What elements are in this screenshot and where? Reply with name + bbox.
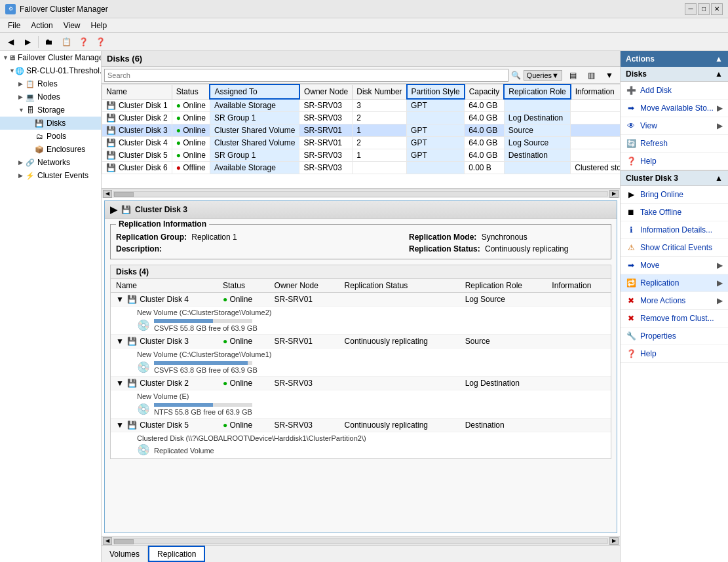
detail-scroll-left[interactable]: ◀ [103,537,112,545]
forward-button[interactable]: ▶ [20,35,35,49]
sub-cell-status: ● Online [218,377,269,390]
expand-disks-icon[interactable] [28,120,34,126]
cell-status: ● Online [172,149,210,162]
expand-icon[interactable]: ▼ [3,54,9,61]
close-button[interactable]: ✕ [711,3,723,15]
cell-disknumber: 2 [353,112,407,124]
action-help-disks[interactable]: ❓ Help [621,153,728,170]
detail-scroll-right[interactable]: ▶ [609,537,619,545]
action-remove-cluster[interactable]: ✖ Remove from Clust... [621,310,728,328]
menu-view[interactable]: View [58,20,86,31]
action-help-disk3[interactable]: ❓ Help [621,345,728,363]
tab-volumes[interactable]: Volumes [102,546,148,562]
scroll-left-arrow[interactable]: ◀ [103,190,112,198]
disks-collapse-icon[interactable]: ▲ [715,69,723,79]
action-info-details[interactable]: ℹ Information Details... [621,221,728,239]
expand-roles-icon[interactable]: ▶ [18,81,25,87]
table-row[interactable]: 💾Cluster Disk 6 ● Offline Available Stor… [102,162,621,174]
tree-pools-label: Pools [47,132,66,141]
scroll-right-arrow[interactable]: ▶ [609,190,619,198]
toolbar-btn-1[interactable]: 🖿 [41,35,57,49]
sub-col-rep-role[interactable]: Replication Role [460,279,547,293]
table-row[interactable]: 💾Cluster Disk 1 ● Online Available Stora… [102,99,621,112]
detail-expand-icon[interactable]: ▶ [110,204,117,215]
col-partition[interactable]: Partition Style [407,84,465,99]
sub-table-row[interactable]: ▼ 💾Cluster Disk 4 ● Online SR-SRV01 Log … [111,293,611,307]
sub-col-rep-status[interactable]: Replication Status [339,279,460,293]
action-move-available[interactable]: ➡ Move Available Sto... ▶ [621,100,728,117]
toolbar-btn-2[interactable]: 📋 [58,35,74,49]
menu-help[interactable]: Help [86,20,113,31]
tree-storage[interactable]: ▼ 🗄 Storage [0,103,101,117]
cell-info [571,99,620,112]
action-replication[interactable]: 🔁 Replication ▶ [621,274,728,292]
back-button[interactable]: ◀ [3,35,18,49]
queries-button[interactable]: Queries ▼ [524,70,562,81]
cell-owner: SR-SRV03 [299,112,353,124]
expand-enclosures-icon[interactable] [28,146,34,153]
sub-col-status[interactable]: Status [218,279,269,293]
minimize-button[interactable]: ─ [685,3,697,15]
toolbar-btn-4[interactable]: ❓ [92,35,108,49]
tree-root[interactable]: ▼ 🖥 Failover Cluster Manage... [0,51,101,64]
expand-cluster-icon[interactable]: ▼ [9,67,15,74]
actions-collapse-icon[interactable]: ▲ [715,54,723,64]
detail-hscroll[interactable]: ◀ ▶ [102,536,620,545]
sub-table-row[interactable]: ▼ 💾Cluster Disk 3 ● Online SR-SRV01 Cont… [111,335,611,348]
action-properties[interactable]: 🔧 Properties [621,328,728,345]
tree-nodes[interactable]: ▶ 💻 Nodes [0,90,101,103]
tree-cluster[interactable]: ▼ 🌐 SR-CLU-01.Threshol... [0,64,101,77]
tree-pools[interactable]: 🗂 Pools [0,130,101,143]
sub-table-row[interactable]: ▼ 💾Cluster Disk 2 ● Online SR-SRV03 Log … [111,377,611,390]
tree-networks[interactable]: ▶ 🔗 Networks [0,156,101,169]
tab-replication[interactable]: Replication [148,546,205,562]
col-assigned[interactable]: Assigned To [210,84,299,99]
table-row[interactable]: 💾Cluster Disk 2 ● Online SR Group 1 SR-S… [102,112,621,124]
col-disknumber[interactable]: Disk Number [353,84,407,99]
table-row[interactable]: 💾Cluster Disk 5 ● Online SR Group 1 SR-S… [102,149,621,162]
table-row[interactable]: 💾Cluster Disk 4 ● Online Cluster Shared … [102,137,621,149]
action-show-critical[interactable]: ⚠ Show Critical Events [621,239,728,257]
sub-table-row[interactable]: ▼ 💾Cluster Disk 5 ● Online SR-SRV03 Cont… [111,419,611,432]
action-take-offline[interactable]: ⏹ Take Offline [621,204,728,221]
action-view[interactable]: 👁 View ▶ [621,117,728,135]
sub-col-name[interactable]: Name [111,279,218,293]
tree-enclosures[interactable]: 📦 Enclosures [0,143,101,156]
view-btn-1[interactable]: ▤ [565,68,581,83]
action-more-actions[interactable]: ✖ More Actions ▶ [621,292,728,310]
tree-roles[interactable]: ▶ 📋 Roles [0,77,101,90]
action-bring-online[interactable]: ▶ Bring Online [621,186,728,204]
sub-col-owner[interactable]: Owner Node [269,279,339,293]
col-owner[interactable]: Owner Node [299,84,353,99]
drive-icon: 💿 [137,403,150,415]
sub-cell-rep-role: Destination [460,419,547,432]
expand-networks-icon[interactable]: ▶ [18,159,25,166]
expand-pools-icon[interactable] [28,133,34,140]
view-btn-3[interactable]: ▼ [602,68,617,83]
maximize-button[interactable]: □ [698,3,710,15]
menu-file[interactable]: File [3,20,26,31]
sub-col-info[interactable]: Information [546,279,611,293]
search-input[interactable] [104,69,508,82]
table-row[interactable]: 💾Cluster Disk 3 ● Online Cluster Shared … [102,124,621,137]
col-rep-role[interactable]: Replication Role [504,84,570,99]
more-actions-submenu: ▶ [717,296,723,305]
action-move[interactable]: ➡ Move ▶ [621,257,728,274]
col-status[interactable]: Status [172,84,210,99]
view-btn-2[interactable]: ▥ [583,68,599,83]
action-add-disk[interactable]: ➕ Add Disk [621,82,728,100]
expand-events-icon[interactable]: ▶ [18,172,25,179]
table-hscroll[interactable]: ◀ ▶ [102,189,620,198]
menu-action[interactable]: Action [26,20,58,31]
col-name[interactable]: Name [102,84,172,99]
tree-disks[interactable]: 💾 Disks [0,117,101,130]
action-refresh[interactable]: 🔄 Refresh [621,135,728,153]
col-info[interactable]: Information [571,84,620,99]
expand-nodes-icon[interactable]: ▶ [18,94,25,100]
col-capacity[interactable]: Capacity [465,84,505,99]
disk3-collapse-icon[interactable]: ▲ [715,174,723,183]
toolbar-btn-3[interactable]: ❓ [75,35,91,49]
app-icon: ⚙ [5,4,16,14]
tree-cluster-events[interactable]: ▶ ⚡ Cluster Events [0,169,101,182]
expand-storage-icon[interactable]: ▼ [18,107,25,113]
